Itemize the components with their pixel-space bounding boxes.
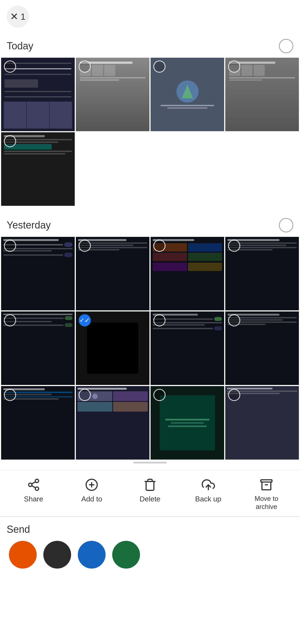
selected-count: 1 <box>21 12 26 22</box>
photo-select-circle[interactable] <box>228 314 240 326</box>
photo-select-circle[interactable] <box>4 389 16 401</box>
share-label: Share <box>24 495 43 503</box>
send-section: Send <box>0 517 300 575</box>
backup-button[interactable]: Back up <box>194 477 222 503</box>
send-avatar[interactable] <box>9 541 37 569</box>
yesterday-section-header: Yesterday <box>0 212 300 237</box>
svg-line-3 <box>32 486 36 488</box>
photo-item[interactable] <box>76 237 149 310</box>
send-avatar[interactable] <box>112 541 140 569</box>
svg-line-4 <box>32 482 36 484</box>
photo-item[interactable] <box>151 237 224 310</box>
photo-select-circle[interactable] <box>153 389 166 401</box>
header: ✕ 1 <box>0 0 300 33</box>
svg-rect-9 <box>261 480 272 482</box>
close-button[interactable]: ✕ 1 <box>7 6 29 28</box>
add-icon <box>84 477 99 493</box>
add-to-label: Add to <box>81 495 102 503</box>
scroll-indicator <box>0 460 300 466</box>
delete-icon <box>142 477 158 493</box>
send-avatar[interactable] <box>43 541 71 569</box>
delete-label: Delete <box>139 495 160 503</box>
photo-select-circle[interactable] <box>4 314 16 326</box>
photo-item[interactable] <box>1 386 75 460</box>
photo-item[interactable] <box>151 58 224 131</box>
photo-select-circle[interactable] <box>4 240 16 252</box>
photo-item[interactable] <box>225 386 299 460</box>
photo-select-circle[interactable] <box>228 389 240 401</box>
add-to-button[interactable]: Add to <box>78 477 106 503</box>
today-title: Today <box>7 40 33 52</box>
bottom-toolbar: Share Add to Delete Bac <box>0 470 300 516</box>
yesterday-photo-grid: ✓ <box>0 237 300 460</box>
send-title: Send <box>7 524 293 535</box>
share-button[interactable]: Share <box>20 477 48 503</box>
archive-icon <box>259 477 274 493</box>
today-select-all[interactable] <box>279 39 293 53</box>
photo-item[interactable] <box>151 386 224 460</box>
photo-item[interactable] <box>76 386 149 460</box>
photo-item[interactable] <box>225 311 299 385</box>
move-archive-button[interactable]: Move toarchive <box>252 477 280 511</box>
photo-item[interactable] <box>1 237 75 310</box>
photo-select-circle[interactable] <box>79 60 91 73</box>
photo-item[interactable] <box>76 58 149 131</box>
delete-button[interactable]: Delete <box>136 477 164 503</box>
photo-item[interactable] <box>225 58 299 131</box>
photo-select-circle[interactable] <box>79 240 91 252</box>
close-icon: ✕ <box>10 11 18 22</box>
photo-select-circle[interactable] <box>153 240 166 252</box>
photo-item[interactable] <box>1 132 75 206</box>
photo-select-circle[interactable] <box>228 240 240 252</box>
photo-item[interactable]: ✓ <box>76 311 149 385</box>
photo-select-circle[interactable] <box>228 60 240 73</box>
photo-item[interactable] <box>151 311 224 385</box>
photo-select-circle[interactable] <box>153 60 166 73</box>
photo-item[interactable] <box>1 58 75 131</box>
today-section-header: Today <box>0 33 300 58</box>
photo-select-circle[interactable] <box>153 314 166 326</box>
photo-item[interactable] <box>1 311 75 385</box>
yesterday-title: Yesterday <box>7 219 51 231</box>
photo-select-circle[interactable] <box>4 60 16 73</box>
photo-select-circle[interactable] <box>79 389 91 401</box>
photo-item[interactable] <box>225 237 299 310</box>
send-avatar[interactable] <box>78 541 106 569</box>
yesterday-select-all[interactable] <box>279 218 293 232</box>
scroll-bar <box>133 462 167 463</box>
backup-label: Back up <box>195 495 221 503</box>
today-photo-grid <box>0 58 300 206</box>
send-avatars-row <box>7 541 293 569</box>
photo-select-circle[interactable] <box>4 135 16 147</box>
photo-select-circle[interactable]: ✓ <box>79 314 91 326</box>
backup-icon <box>201 477 216 493</box>
move-archive-label: Move toarchive <box>254 495 278 511</box>
share-icon <box>26 477 41 493</box>
